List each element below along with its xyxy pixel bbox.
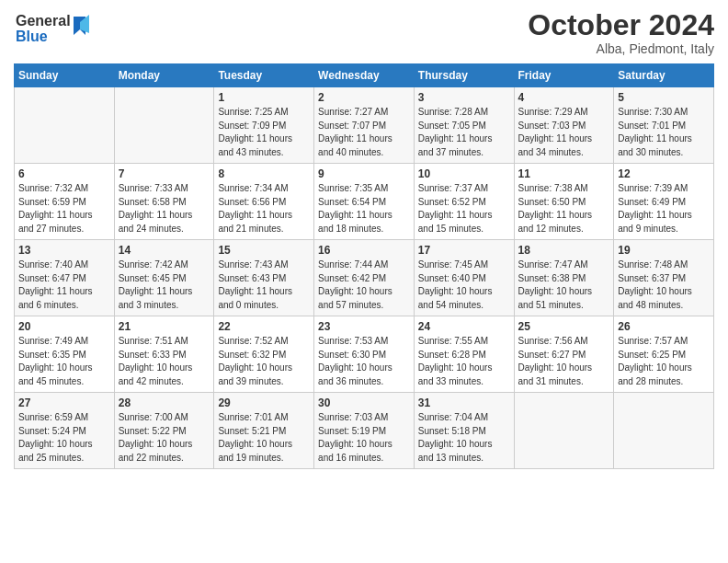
- day-info: Sunrise: 7:55 AMSunset: 6:28 PMDaylight:…: [418, 335, 510, 388]
- day-info: Sunrise: 7:52 AMSunset: 6:32 PMDaylight:…: [218, 335, 310, 388]
- day-info: Sunrise: 6:59 AMSunset: 5:24 PMDaylight:…: [18, 411, 110, 465]
- calendar-cell: [614, 393, 714, 469]
- calendar-cell: 19Sunrise: 7:48 AMSunset: 6:37 PMDayligh…: [614, 240, 714, 316]
- calendar-cell: 22Sunrise: 7:52 AMSunset: 6:32 PMDayligh…: [214, 316, 314, 393]
- day-info: Sunrise: 7:57 AMSunset: 6:25 PMDaylight:…: [618, 335, 710, 388]
- calendar-cell: 31Sunrise: 7:04 AMSunset: 5:18 PMDayligh…: [414, 393, 514, 469]
- day-number: 21: [119, 320, 210, 333]
- day-info: Sunrise: 7:00 AMSunset: 5:22 PMDaylight:…: [119, 411, 210, 465]
- day-info: Sunrise: 7:04 AMSunset: 5:18 PMDaylight:…: [418, 411, 510, 465]
- day-info: Sunrise: 7:53 AMSunset: 6:30 PMDaylight:…: [318, 335, 410, 388]
- day-info: Sunrise: 7:43 AMSunset: 6:43 PMDaylight:…: [218, 259, 310, 312]
- day-info: Sunrise: 7:48 AMSunset: 6:37 PMDaylight:…: [618, 259, 710, 312]
- calendar-cell: [15, 87, 115, 164]
- day-number: 4: [518, 91, 610, 104]
- calendar-cell: 21Sunrise: 7:51 AMSunset: 6:33 PMDayligh…: [114, 316, 214, 393]
- calendar-week-row: 27Sunrise: 6:59 AMSunset: 5:24 PMDayligh…: [15, 393, 714, 469]
- calendar-cell: 27Sunrise: 6:59 AMSunset: 5:24 PMDayligh…: [15, 393, 115, 469]
- calendar-cell: 17Sunrise: 7:45 AMSunset: 6:40 PMDayligh…: [414, 240, 514, 316]
- calendar-week-row: 13Sunrise: 7:40 AMSunset: 6:47 PMDayligh…: [15, 240, 714, 316]
- day-number: 18: [518, 244, 610, 257]
- calendar-table: SundayMondayTuesdayWednesdayThursdayFrid…: [14, 63, 714, 469]
- calendar-cell: 18Sunrise: 7:47 AMSunset: 6:38 PMDayligh…: [514, 240, 614, 316]
- day-number: 29: [218, 396, 310, 409]
- day-info: Sunrise: 7:45 AMSunset: 6:40 PMDaylight:…: [418, 259, 510, 312]
- day-info: Sunrise: 7:25 AMSunset: 7:09 PMDaylight:…: [218, 106, 310, 159]
- day-info: Sunrise: 7:35 AMSunset: 6:54 PMDaylight:…: [318, 182, 410, 236]
- day-info: Sunrise: 7:40 AMSunset: 6:47 PMDaylight:…: [18, 259, 110, 312]
- day-number: 11: [518, 167, 610, 180]
- day-number: 30: [318, 396, 410, 409]
- calendar-week-row: 20Sunrise: 7:49 AMSunset: 6:35 PMDayligh…: [15, 316, 714, 393]
- day-number: 9: [318, 167, 410, 180]
- svg-text:Blue: Blue: [16, 29, 48, 44]
- weekday-header-sunday: Sunday: [15, 64, 115, 87]
- day-info: Sunrise: 7:34 AMSunset: 6:56 PMDaylight:…: [218, 182, 310, 236]
- day-info: Sunrise: 7:33 AMSunset: 6:58 PMDaylight:…: [119, 182, 210, 236]
- day-number: 2: [318, 91, 410, 104]
- calendar-page: General Blue October 2024 Alba, Piedmont…: [0, 0, 728, 563]
- calendar-cell: 14Sunrise: 7:42 AMSunset: 6:45 PMDayligh…: [114, 240, 214, 316]
- weekday-header-wednesday: Wednesday: [314, 64, 415, 87]
- calendar-cell: 13Sunrise: 7:40 AMSunset: 6:47 PMDayligh…: [15, 240, 115, 316]
- day-number: 22: [218, 320, 310, 333]
- calendar-cell: 24Sunrise: 7:55 AMSunset: 6:28 PMDayligh…: [414, 316, 514, 393]
- day-number: 8: [218, 167, 310, 180]
- calendar-week-row: 1Sunrise: 7:25 AMSunset: 7:09 PMDaylight…: [15, 87, 714, 164]
- day-number: 25: [518, 320, 610, 333]
- day-info: Sunrise: 7:38 AMSunset: 6:50 PMDaylight:…: [518, 182, 610, 236]
- day-number: 13: [18, 244, 110, 257]
- day-number: 28: [119, 396, 210, 409]
- calendar-cell: 10Sunrise: 7:37 AMSunset: 6:52 PMDayligh…: [414, 164, 514, 240]
- title-block: October 2024 Alba, Piedmont, Italy: [528, 9, 714, 56]
- weekday-header-tuesday: Tuesday: [214, 64, 314, 87]
- calendar-cell: 8Sunrise: 7:34 AMSunset: 6:56 PMDaylight…: [214, 164, 314, 240]
- weekday-header-saturday: Saturday: [614, 64, 714, 87]
- weekday-header-monday: Monday: [114, 64, 214, 87]
- day-number: 1: [218, 91, 310, 104]
- weekday-header-thursday: Thursday: [414, 64, 514, 87]
- day-number: 17: [418, 244, 510, 257]
- calendar-cell: 20Sunrise: 7:49 AMSunset: 6:35 PMDayligh…: [15, 316, 115, 393]
- day-number: 27: [18, 396, 110, 409]
- logo-text: General Blue: [14, 9, 97, 52]
- day-number: 7: [119, 167, 210, 180]
- location-subtitle: Alba, Piedmont, Italy: [528, 41, 714, 56]
- calendar-cell: 7Sunrise: 7:33 AMSunset: 6:58 PMDaylight…: [114, 164, 214, 240]
- calendar-week-row: 6Sunrise: 7:32 AMSunset: 6:59 PMDaylight…: [15, 164, 714, 240]
- calendar-cell: 25Sunrise: 7:56 AMSunset: 6:27 PMDayligh…: [514, 316, 614, 393]
- day-number: 3: [418, 91, 510, 104]
- weekday-header-row: SundayMondayTuesdayWednesdayThursdayFrid…: [15, 64, 714, 87]
- day-number: 5: [618, 91, 710, 104]
- calendar-cell: 2Sunrise: 7:27 AMSunset: 7:07 PMDaylight…: [314, 87, 415, 164]
- day-number: 6: [18, 167, 110, 180]
- day-info: Sunrise: 7:32 AMSunset: 6:59 PMDaylight:…: [18, 182, 110, 236]
- calendar-cell: 30Sunrise: 7:03 AMSunset: 5:19 PMDayligh…: [314, 393, 415, 469]
- svg-text:General: General: [16, 13, 71, 29]
- day-info: Sunrise: 7:42 AMSunset: 6:45 PMDaylight:…: [119, 259, 210, 312]
- calendar-cell: 12Sunrise: 7:39 AMSunset: 6:49 PMDayligh…: [614, 164, 714, 240]
- calendar-cell: 1Sunrise: 7:25 AMSunset: 7:09 PMDaylight…: [214, 87, 314, 164]
- header: General Blue October 2024 Alba, Piedmont…: [14, 9, 714, 56]
- day-info: Sunrise: 7:49 AMSunset: 6:35 PMDaylight:…: [18, 335, 110, 388]
- day-info: Sunrise: 7:03 AMSunset: 5:19 PMDaylight:…: [318, 411, 410, 465]
- day-info: Sunrise: 7:01 AMSunset: 5:21 PMDaylight:…: [218, 411, 310, 465]
- calendar-cell: 23Sunrise: 7:53 AMSunset: 6:30 PMDayligh…: [314, 316, 415, 393]
- calendar-cell: 3Sunrise: 7:28 AMSunset: 7:05 PMDaylight…: [414, 87, 514, 164]
- day-number: 20: [18, 320, 110, 333]
- day-info: Sunrise: 7:29 AMSunset: 7:03 PMDaylight:…: [518, 106, 610, 159]
- day-number: 10: [418, 167, 510, 180]
- day-number: 16: [318, 244, 410, 257]
- day-number: 12: [618, 167, 710, 180]
- day-info: Sunrise: 7:39 AMSunset: 6:49 PMDaylight:…: [618, 182, 710, 236]
- day-info: Sunrise: 7:28 AMSunset: 7:05 PMDaylight:…: [418, 106, 510, 159]
- calendar-cell: 28Sunrise: 7:00 AMSunset: 5:22 PMDayligh…: [114, 393, 214, 469]
- calendar-cell: [114, 87, 214, 164]
- day-info: Sunrise: 7:44 AMSunset: 6:42 PMDaylight:…: [318, 259, 410, 312]
- day-number: 31: [418, 396, 510, 409]
- day-number: 15: [218, 244, 310, 257]
- calendar-cell: 4Sunrise: 7:29 AMSunset: 7:03 PMDaylight…: [514, 87, 614, 164]
- month-title: October 2024: [528, 9, 714, 41]
- day-number: 26: [618, 320, 710, 333]
- calendar-cell: [514, 393, 614, 469]
